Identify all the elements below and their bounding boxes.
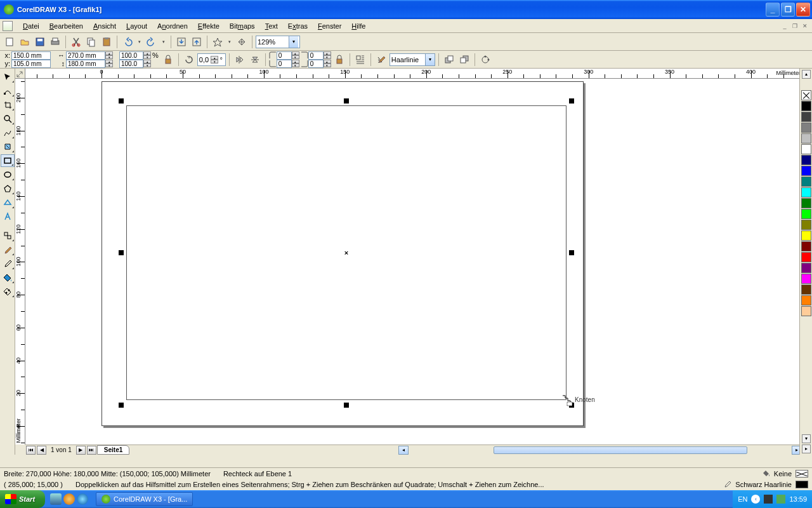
swatch-1[interactable]: [801, 112, 811, 122]
zoom-dropdown-icon[interactable]: ▾: [289, 36, 298, 48]
shape-tool[interactable]: [1, 84, 15, 97]
outline-indicator[interactable]: [796, 481, 808, 488]
menu-fenster[interactable]: Fenster: [313, 21, 346, 31]
ellipse-tool[interactable]: [1, 168, 15, 181]
palette-up-button[interactable]: ▴: [802, 70, 811, 79]
menu-effekte[interactable]: Effekte: [193, 21, 225, 31]
swatch-12[interactable]: [801, 231, 811, 241]
open-button[interactable]: [18, 35, 32, 49]
handle-sw[interactable]: [119, 403, 124, 408]
new-button[interactable]: [3, 35, 16, 49]
handle-w[interactable]: [119, 250, 124, 255]
outline-tool[interactable]: [1, 257, 15, 270]
corner-1-input[interactable]: 0: [277, 51, 292, 60]
save-button[interactable]: [33, 35, 47, 49]
round-corners-together-button[interactable]: [332, 53, 346, 67]
to-back-button[interactable]: [457, 53, 471, 67]
child-minimize-button[interactable]: _: [780, 22, 789, 30]
export-button[interactable]: [190, 35, 204, 49]
swatch-18[interactable]: [801, 295, 811, 305]
first-page-button[interactable]: ⏮: [26, 446, 36, 455]
mirror-v-button[interactable]: [248, 53, 262, 67]
convert-curves-button[interactable]: [478, 53, 492, 67]
swatch-0[interactable]: [801, 101, 811, 111]
handle-n[interactable]: [344, 98, 349, 104]
swatch-19[interactable]: [801, 306, 811, 316]
scroll-left-button[interactable]: ◂: [398, 446, 409, 455]
paste-button[interactable]: [100, 35, 114, 49]
menu-anordnen[interactable]: Anordnen: [152, 21, 193, 31]
scale-y-input[interactable]: 100.0: [119, 60, 143, 68]
app-launcher-button[interactable]: [211, 35, 225, 49]
menu-extras[interactable]: Extras: [283, 21, 313, 31]
minimize-button[interactable]: _: [766, 3, 780, 17]
zoom-tool[interactable]: [1, 112, 15, 125]
redo-button[interactable]: [145, 35, 159, 49]
x-position-input[interactable]: 150.0 mm: [11, 51, 51, 60]
corner-2-input[interactable]: 0: [277, 60, 292, 68]
child-close-button[interactable]: ✕: [801, 22, 809, 30]
fill-indicator[interactable]: [796, 470, 808, 478]
zoom-combo[interactable]: 129% ▾: [256, 36, 300, 48]
page-tab-1[interactable]: Seite1: [97, 445, 129, 455]
y-position-input[interactable]: 105.0 mm: [11, 60, 51, 68]
wrap-text-button[interactable]: [353, 53, 367, 67]
palette-flyout-button[interactable]: ▸: [802, 444, 811, 453]
pick-tool[interactable]: [1, 70, 15, 83]
menu-bitmaps[interactable]: Bitmaps: [225, 21, 260, 31]
handle-e[interactable]: [569, 250, 574, 255]
ql-browser[interactable]: [63, 493, 75, 505]
cut-button[interactable]: [69, 35, 83, 49]
tray-language[interactable]: EN: [738, 495, 747, 503]
swatch-17[interactable]: [801, 284, 811, 295]
swatch-11[interactable]: [801, 220, 811, 230]
child-restore-button[interactable]: ❐: [790, 22, 799, 30]
interactive-blend-tool[interactable]: [1, 229, 15, 242]
tray-info-icon[interactable]: ‹: [751, 495, 760, 504]
fill-tool[interactable]: [1, 271, 15, 284]
swatch-3[interactable]: [801, 133, 811, 144]
menu-hilfe[interactable]: Hilfe: [346, 21, 370, 31]
handle-nw[interactable]: [119, 98, 124, 104]
swatch-6[interactable]: [801, 166, 811, 176]
scale-x-input[interactable]: 100.0: [119, 51, 143, 60]
tray-clock[interactable]: 13:59: [789, 495, 807, 503]
vertical-ruler[interactable]: Millimeter 020406080100120140160180200: [15, 79, 25, 444]
menu-bearbeiten[interactable]: Bearbeiten: [44, 21, 88, 31]
corner-4-input[interactable]: 0: [308, 60, 324, 68]
menu-text[interactable]: Text: [260, 21, 283, 31]
ql-show-desktop[interactable]: [50, 493, 62, 505]
text-tool[interactable]: [1, 210, 15, 223]
swatch-13[interactable]: [801, 241, 811, 251]
width-input[interactable]: 270.0 mm: [66, 51, 105, 60]
lock-ratio-button[interactable]: [161, 53, 175, 67]
swatch-14[interactable]: [801, 252, 811, 262]
swatch-5[interactable]: [801, 155, 811, 165]
to-front-button[interactable]: [442, 53, 456, 67]
app-launcher-dropdown[interactable]: ▾: [226, 39, 233, 44]
swatch-none[interactable]: [801, 90, 811, 100]
swatch-8[interactable]: [801, 187, 811, 197]
freehand-tool[interactable]: [1, 126, 15, 139]
basic-shapes-tool[interactable]: [1, 196, 15, 209]
smart-fill-tool[interactable]: [1, 140, 15, 153]
import-button[interactable]: [174, 35, 188, 49]
rotation-input[interactable]: 0,0▴▾°: [197, 53, 226, 66]
drawing-canvas[interactable]: × Knoten: [25, 79, 802, 444]
tray-icon-2[interactable]: [776, 495, 785, 504]
menu-ansicht[interactable]: Ansicht: [88, 21, 121, 31]
handle-ne[interactable]: [569, 98, 574, 104]
undo-dropdown[interactable]: ▾: [136, 39, 143, 44]
mirror-h-button[interactable]: [233, 53, 247, 67]
document-icon[interactable]: [3, 21, 13, 31]
interactive-fill-tool[interactable]: [1, 285, 15, 298]
swatch-4[interactable]: [801, 144, 811, 154]
menu-layout[interactable]: Layout: [121, 21, 152, 31]
taskbar-app-button[interactable]: CorelDRAW X3 - [Gra...: [96, 492, 193, 506]
redo-dropdown[interactable]: ▾: [160, 39, 167, 44]
handle-s[interactable]: [344, 403, 349, 408]
horizontal-ruler[interactable]: Millimeter 050100150200250300350400: [25, 69, 802, 79]
swatch-9[interactable]: [801, 198, 811, 208]
welcome-button[interactable]: [235, 35, 249, 49]
eyedropper-tool[interactable]: [1, 243, 15, 256]
